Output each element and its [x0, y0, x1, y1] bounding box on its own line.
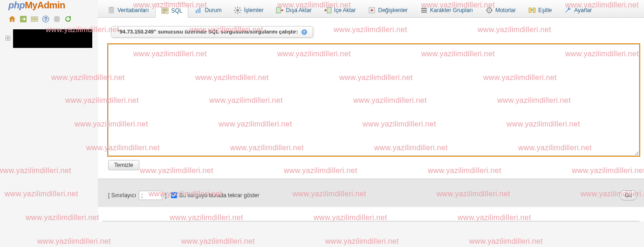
import-icon	[324, 7, 332, 14]
expand-icon[interactable]	[6, 35, 10, 42]
tab-databases[interactable]: Veritabanları	[102, 3, 155, 17]
svg-rect-18	[533, 8, 535, 13]
charsets-icon	[420, 7, 428, 14]
topmenu-tabs: Veritabanları SQL Durum İşlemler Dışa Ak…	[98, 0, 644, 18]
wrench-icon	[564, 7, 572, 14]
sql-query-textarea[interactable]	[108, 44, 639, 156]
database-icon	[108, 7, 115, 14]
tab-label: Eşitle	[538, 7, 552, 13]
delimiter-label-close: ]	[165, 192, 166, 199]
tab-export[interactable]: Dışa Aktar	[270, 3, 317, 17]
sidebar: phpMyAdmin ?	[0, 0, 98, 247]
svg-rect-10	[199, 7, 200, 13]
sync-icon	[528, 7, 536, 14]
tab-engines[interactable]: Motorlar	[480, 3, 522, 17]
navi-icon[interactable]	[53, 15, 61, 23]
go-button[interactable]: Git	[619, 190, 637, 200]
svg-text:?: ?	[44, 17, 47, 22]
svg-rect-9	[198, 9, 199, 13]
divider	[103, 221, 639, 221]
footer-left: [ Sınırlayıcı ] Bu sorguyu burada tekrar…	[108, 191, 259, 200]
delimiter-label-open: [ Sınırlayıcı	[108, 192, 136, 199]
tab-label: Durum	[205, 7, 221, 13]
svg-point-16	[488, 10, 490, 11]
exit-icon[interactable]	[20, 15, 27, 23]
tab-sql[interactable]: SQL	[155, 3, 188, 18]
sql-header-text: "94.73.150.249" sunucusu üzerinde SQL so…	[117, 29, 298, 34]
svg-rect-13	[327, 7, 331, 13]
main-content: Veritabanları SQL Durum İşlemler Dışa Ak…	[98, 0, 644, 247]
svg-rect-1	[31, 17, 38, 21]
show-again-label: Bu sorguyu burada tekrar göster	[179, 192, 259, 199]
sql-icon	[161, 7, 169, 14]
tab-import[interactable]: İçe Aktar	[318, 3, 362, 17]
tab-label: Ayarlar	[574, 7, 592, 13]
tab-label: Karakter Grupları	[430, 7, 473, 13]
sql-run-header: "94.73.150.249" sunucusu üzerinde SQL so…	[111, 26, 313, 38]
engines-icon	[486, 7, 493, 14]
svg-rect-17	[529, 8, 531, 13]
tab-label: İşlemler	[244, 7, 263, 13]
sql-panel: "94.73.150.249" sunucusu üzerinde SQL so…	[98, 18, 644, 221]
svg-rect-8	[196, 10, 197, 13]
logo: phpMyAdmin	[4, 0, 94, 13]
sql-query-icon[interactable]	[31, 15, 38, 23]
logo-php: php	[8, 0, 25, 10]
svg-rect-12	[276, 7, 281, 13]
tab-label: Veritabanları	[117, 7, 149, 13]
tab-label: İçe Aktar	[334, 7, 356, 13]
reload-icon[interactable]	[64, 15, 72, 23]
show-again-checkbox-wrap[interactable]: Bu sorguyu burada tekrar göster	[171, 192, 259, 199]
db-tree-item[interactable]	[4, 27, 94, 50]
logo-rest: MyAdmin	[25, 0, 65, 10]
sidebar-nav-icons: ?	[4, 13, 94, 27]
db-name-redacted	[13, 29, 92, 48]
show-again-checkbox[interactable]	[171, 192, 177, 198]
clear-button[interactable]: Temizle	[108, 160, 139, 170]
tab-charsets[interactable]: Karakter Grupları	[414, 3, 479, 17]
svg-point-11	[236, 9, 239, 12]
home-icon[interactable]	[8, 15, 16, 23]
tab-processes[interactable]: İşlemler	[228, 3, 269, 17]
tab-sync[interactable]: Eşitle	[522, 3, 558, 17]
tab-label: Motorlar	[495, 7, 516, 13]
help-icon[interactable]: ?	[301, 29, 307, 35]
status-icon	[195, 7, 202, 14]
delimiter-input[interactable]	[139, 191, 162, 200]
variables-icon	[368, 7, 376, 14]
tab-variables[interactable]: Değişkenler	[362, 3, 413, 17]
tab-status[interactable]: Durum	[189, 3, 227, 17]
tab-label: Değişkenler	[378, 7, 407, 13]
sql-footer: [ Sınırlayıcı ] Bu sorguyu burada tekrar…	[98, 179, 644, 207]
docs-icon[interactable]: ?	[42, 15, 49, 23]
tab-label: Dışa Aktar	[286, 7, 311, 13]
tab-label: SQL	[171, 7, 182, 14]
export-icon	[276, 7, 283, 14]
gear-icon	[234, 7, 241, 14]
tab-settings[interactable]: Ayarlar	[558, 3, 598, 17]
sql-body: Temizle	[98, 38, 644, 175]
